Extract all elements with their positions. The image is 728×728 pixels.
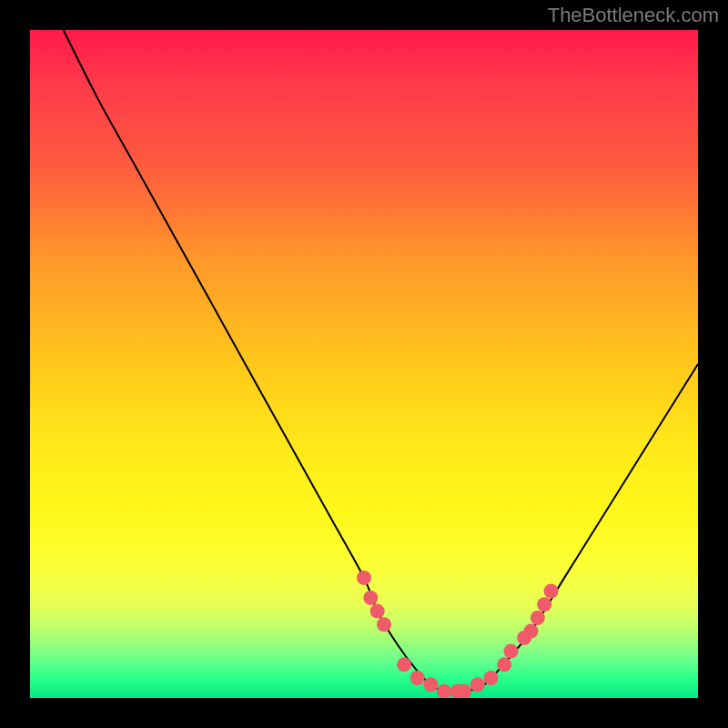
watermark-text: TheBottleneck.com: [548, 4, 719, 27]
chart-container: TheBottleneck.com: [0, 0, 728, 728]
plot-gradient-background: [30, 30, 698, 698]
